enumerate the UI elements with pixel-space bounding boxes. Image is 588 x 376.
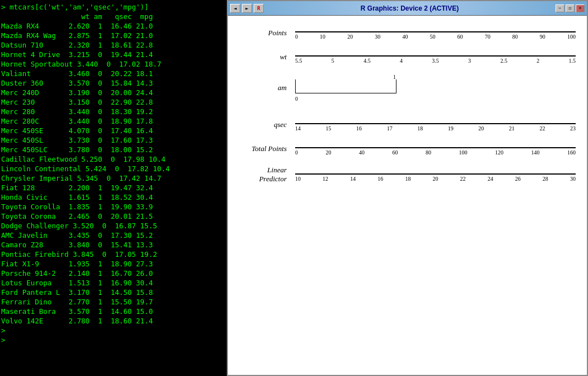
console-line: Cadillac Fleetwood 5.250 0 17.98 10.4 bbox=[1, 154, 226, 164]
console-line: Merc 240D 3.190 0 20.00 24.4 bbox=[1, 88, 226, 97]
console-line: Mazda RX4 Wag 2.875 1 17.02 21.0 bbox=[1, 31, 226, 40]
console-line: Dodge Challenger 3.520 0 16.87 15.5 bbox=[1, 221, 226, 231]
points-track bbox=[295, 31, 576, 32]
console-line: Maserati Bora 3.570 1 14.60 15.0 bbox=[1, 307, 226, 316]
total-points-ticks: 0 20 40 60 80 100 120 140 160 bbox=[295, 149, 576, 156]
console-line: Honda Civic 1.615 1 18.52 30.4 bbox=[1, 192, 226, 202]
console-line: Hornet Sportabout 3.440 0 17.02 18.7 bbox=[1, 59, 226, 69]
am-tick-0: 0 bbox=[295, 96, 298, 102]
wt-ticks: 5.5 5 4.5 4 3.5 3 2.5 2 1.5 bbox=[295, 58, 576, 64]
qsec-axis-row: qsec 14 15 16 17 18 19 20 21 22 23 bbox=[239, 118, 576, 131]
console-line: Toyota Corolla 1.835 1 19.90 33.9 bbox=[1, 202, 226, 212]
linear-predictor-label: Linear Predictor bbox=[239, 166, 295, 184]
title-bar-nav: ◄ ► R bbox=[230, 4, 264, 13]
console-line: Volvo 142E 2.780 1 18.60 21.4 bbox=[1, 316, 226, 326]
qsec-axis: 14 15 16 17 18 19 20 21 22 23 bbox=[295, 118, 576, 131]
am-left-tick bbox=[295, 79, 296, 93]
console-line: Ferrari Dino 2.770 1 15.50 19.7 bbox=[1, 297, 226, 307]
restore-button[interactable]: ◻ bbox=[566, 4, 575, 12]
graphics-window: ◄ ► R R Graphics: Device 2 (ACTIVE) − ◻ … bbox=[227, 0, 588, 376]
console-line: Hornet 4 Drive 3.215 0 19.44 21.4 bbox=[1, 50, 226, 59]
points-axis-row: Points 0 10 20 30 40 50 60 70 80 90 100 bbox=[239, 26, 576, 40]
wt-axis: 5.5 5 4.5 4 3.5 3 2.5 2 1.5 bbox=[295, 50, 576, 64]
console-line: wt am qsec mpg bbox=[1, 12, 226, 21]
console-line: AMC Javelin 3.435 0 17.30 15.2 bbox=[1, 231, 226, 240]
console-cursor[interactable]: > bbox=[1, 335, 226, 345]
console-line: Merc 280C 3.440 0 18.90 17.8 bbox=[1, 116, 226, 126]
console-line: Lincoln Continental 5.424 0 17.82 10.4 bbox=[1, 164, 226, 173]
total-points-label: Total Points bbox=[239, 144, 295, 153]
console-line: Chrysler Imperial 5.345 0 17.42 14.7 bbox=[1, 173, 226, 183]
total-points-track bbox=[295, 147, 576, 148]
points-label: Points bbox=[239, 29, 295, 37]
console-line: Lotus Europa 1.513 1 16.90 30.4 bbox=[1, 278, 226, 288]
points-axis: 0 10 20 30 40 50 60 70 80 90 100 bbox=[295, 26, 576, 40]
linear-predictor-axis: 10 12 14 16 18 20 22 24 26 28 30 bbox=[295, 168, 576, 182]
title-bar: ◄ ► R R Graphics: Device 2 (ACTIVE) − ◻ … bbox=[228, 1, 587, 16]
linear-predictor-ticks: 10 12 14 16 18 20 22 24 26 28 30 bbox=[295, 176, 576, 182]
console-line: > mtcars[c('wt','am','qsec','mpg')] bbox=[1, 2, 226, 12]
total-points-axis-row: Total Points 0 20 40 60 80 100 120 140 1… bbox=[239, 142, 576, 156]
window-controls: − ◻ × bbox=[556, 4, 585, 12]
am-axis: 1 0 bbox=[295, 74, 576, 102]
console-line: Porsche 914-2 2.140 1 16.70 26.0 bbox=[1, 269, 226, 278]
console-line: Fiat 128 2.200 1 19.47 32.4 bbox=[1, 183, 226, 192]
wt-track bbox=[295, 55, 576, 57]
console-line: Fiat X1-9 1.935 1 18.90 27.3 bbox=[1, 259, 226, 269]
console-line: Merc 450SLC 3.780 0 18.00 15.2 bbox=[1, 145, 226, 154]
console-line: Ford Pantera L 3.170 1 14.50 15.8 bbox=[1, 288, 226, 297]
console-line: Pontiac Firebird 3.845 0 17.05 19.2 bbox=[1, 250, 226, 259]
qsec-label: qsec bbox=[239, 120, 295, 129]
close-button[interactable]: × bbox=[576, 4, 585, 12]
console-line: Camaro Z28 3.840 0 15.41 13.3 bbox=[1, 240, 226, 250]
am-axis-row: am 1 0 bbox=[239, 74, 576, 102]
console-line: Merc 450SL 3.730 0 17.60 17.3 bbox=[1, 135, 226, 145]
window-title: R Graphics: Device 2 (ACTIVE) bbox=[264, 4, 556, 12]
qsec-track bbox=[295, 123, 576, 124]
points-ticks: 0 10 20 30 40 50 60 70 80 90 100 bbox=[295, 34, 576, 40]
nav-right-button[interactable]: ► bbox=[242, 4, 252, 13]
am-right-tick bbox=[396, 79, 396, 93]
linear-predictor-axis-row: Linear Predictor 10 12 14 16 18 20 22 24… bbox=[239, 166, 576, 184]
wt-axis-row: wt 5.5 5 4.5 4 3.5 3 2.5 2 1.5 bbox=[239, 50, 576, 64]
console-line: > bbox=[1, 326, 226, 335]
console-line: Merc 280 3.440 0 18.30 19.2 bbox=[1, 107, 226, 116]
r-icon: R bbox=[254, 4, 264, 13]
wt-label: wt bbox=[239, 53, 295, 62]
console-line: Merc 450SE 4.070 0 17.40 16.4 bbox=[1, 126, 226, 135]
nav-left-button[interactable]: ◄ bbox=[230, 4, 240, 13]
console-line: Duster 360 3.570 0 15.84 14.3 bbox=[1, 78, 226, 88]
qsec-ticks: 14 15 16 17 18 19 20 21 22 23 bbox=[295, 125, 576, 131]
console-line: Valiant 3.460 0 20.22 18.1 bbox=[1, 69, 226, 78]
am-bracket bbox=[295, 93, 396, 93]
r-console[interactable]: > mtcars[c('wt','am','qsec','mpg')] wt a… bbox=[0, 0, 227, 376]
console-line: Merc 230 3.150 0 22.90 22.8 bbox=[1, 97, 226, 107]
console-line: Datsun 710 2.320 1 18.61 22.8 bbox=[1, 40, 226, 50]
total-points-axis: 0 20 40 60 80 100 120 140 160 bbox=[295, 142, 576, 156]
console-line: Toyota Corona 2.465 0 20.01 21.5 bbox=[1, 212, 226, 221]
am-axis-visual: 1 0 bbox=[295, 74, 576, 102]
linear-predictor-track bbox=[295, 173, 576, 175]
console-line: Mazda RX4 2.620 1 16.46 21.0 bbox=[1, 21, 226, 31]
am-label: am bbox=[239, 83, 295, 92]
minimize-button[interactable]: − bbox=[556, 4, 564, 12]
graphics-content: Points 0 10 20 30 40 50 60 70 80 90 100 bbox=[228, 16, 587, 375]
